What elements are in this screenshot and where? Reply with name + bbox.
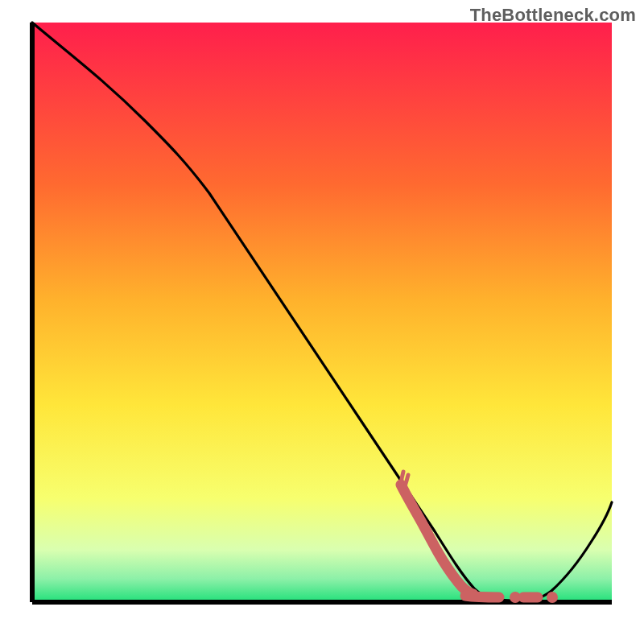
scribble-dot-icon [547, 592, 558, 603]
watermark-text: TheBottleneck.com [470, 5, 636, 26]
bottleneck-chart [0, 0, 644, 644]
plot-background [32, 23, 612, 602]
